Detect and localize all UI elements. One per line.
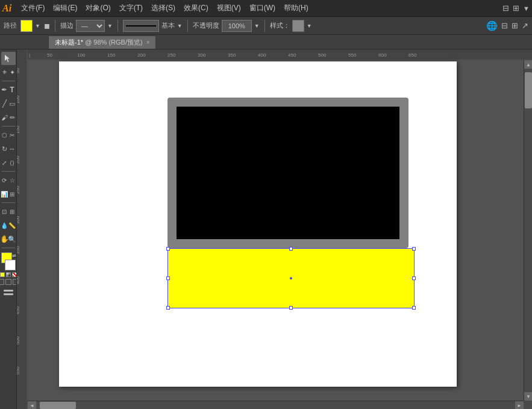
swap-colors-icon[interactable]: ⇄ (12, 253, 16, 258)
pen-tool-btn[interactable]: ✒ (1, 83, 8, 96)
lasso-tool-btn[interactable]: ⌖ (1, 66, 8, 79)
fill-swatch[interactable] (20, 20, 33, 32)
handle-top-left[interactable] (166, 247, 170, 251)
scroll-down-btn[interactable]: ▼ (524, 392, 532, 401)
zoom-tool-btn[interactable]: 🔍 (8, 233, 16, 246)
eraser-tool-btn[interactable]: ⬡ (1, 128, 8, 142)
bg-color-swatch[interactable] (5, 260, 16, 270)
menu-bar: Ai 文件(F) 编辑(E) 对象(O) 文字(T) 选择(S) 效果(C) 视… (0, 0, 532, 17)
tool-extra1[interactable] (0, 279, 4, 285)
style-swatch[interactable] (292, 20, 304, 32)
document-canvas[interactable] (59, 61, 457, 387)
left-toolbar: ⌖ ✦ ✒ T ╱ ▭ 🖌 ✏ ⬡ ✂ ↻ ↔ ⤢ ⟨⟩ (0, 49, 17, 409)
tool-extra2[interactable] (5, 279, 11, 285)
blend-tool-btn[interactable]: ⟳ (1, 173, 8, 187)
fill-arrow-icon[interactable]: ▼ (35, 23, 40, 29)
svg-text:450: 450 (17, 306, 20, 314)
mesh-tool-btn[interactable]: ⊞ (8, 187, 16, 201)
opacity-arrow[interactable]: ▼ (254, 23, 260, 29)
hand-tool-btn[interactable]: ✋ (1, 233, 8, 246)
stroke-width-select[interactable]: —1px2px (76, 20, 105, 32)
canvas-area: | 50 100 150 200 250 300 350 400 450 500… (17, 49, 532, 409)
scrollbar-horizontal[interactable]: ◄ ► (28, 401, 524, 409)
divider3 (2, 171, 15, 172)
scissors-tool-btn[interactable]: ✂ (8, 128, 16, 142)
column-graph-btn[interactable]: 📊 (1, 187, 8, 201)
measure-tool-btn[interactable]: 📏 (8, 219, 16, 232)
menu-view[interactable]: 视图(V) (213, 2, 245, 14)
scrollbar-vertical[interactable]: ▲ ▼ (524, 60, 532, 401)
color-mode-row (0, 272, 17, 277)
rect-tool-btn[interactable]: ▭ (8, 97, 16, 110)
arrange-icon[interactable]: ⊟ (502, 4, 509, 13)
handle-top-right[interactable] (412, 247, 416, 251)
paintbrush-tool-btn[interactable]: 🖌 (1, 111, 8, 124)
line-tool-btn[interactable]: ╱ (1, 97, 8, 110)
pencil-tool-btn[interactable]: ✏ (8, 111, 16, 124)
menu-select[interactable]: 选择(S) (148, 2, 179, 14)
handle-bottom-right[interactable] (412, 306, 416, 310)
handle-bottom-left[interactable] (166, 306, 170, 310)
scrollbar-thumb-h[interactable] (40, 402, 76, 409)
fill-mode-icon[interactable]: ◼ (44, 22, 50, 30)
arrange-view-icon[interactable]: ⊟ (501, 21, 508, 30)
menu-object[interactable]: 对象(O) (82, 2, 114, 14)
panel-toggle-btn[interactable] (2, 289, 14, 298)
menu-edit[interactable]: 编辑(E) (49, 2, 81, 14)
menu-text[interactable]: 文字(T) (116, 2, 146, 14)
handle-middle-left[interactable] (166, 276, 170, 280)
grid-icon[interactable]: ⊞ (512, 21, 518, 30)
menu-window[interactable]: 窗口(W) (246, 2, 279, 14)
svg-text:250: 250 (17, 186, 20, 194)
svg-text:150: 150 (17, 125, 20, 134)
menu-file[interactable]: 文件(F) (17, 2, 48, 14)
stroke-arrow-icon[interactable]: ▼ (107, 23, 113, 29)
yellow-rectangle[interactable] (167, 248, 415, 308)
none-color-btn[interactable] (12, 272, 17, 277)
shear-tool-btn[interactable]: ⟨⟩ (8, 156, 16, 169)
slice-tool-btn[interactable]: ⊞ (8, 205, 16, 218)
scrollbar-corner (524, 401, 532, 409)
menu-help[interactable]: 帮助(H) (280, 2, 312, 14)
eyedropper-tool-btn[interactable]: 💧 (1, 219, 8, 232)
workspace-icon[interactable]: ⊞ (513, 4, 519, 13)
rotate-tool-btn[interactable]: ↻ (1, 142, 8, 155)
handle-middle-right[interactable] (412, 276, 416, 280)
globe-icon[interactable]: 🌐 (486, 20, 498, 31)
menu-effect[interactable]: 效果(C) (180, 2, 212, 14)
menu-extra-icon[interactable]: ▼ (523, 5, 530, 12)
line-style-preview[interactable] (123, 20, 159, 32)
gradient-color-btn[interactable] (6, 272, 11, 277)
sep3 (187, 20, 188, 32)
style-arrow[interactable]: ▼ (307, 23, 312, 29)
share-icon[interactable]: ↗ (522, 21, 528, 30)
opacity-input[interactable] (222, 20, 252, 32)
scale-tool-btn[interactable]: ⤢ (1, 156, 8, 169)
svg-text:50: 50 (47, 52, 52, 58)
options-bar: 路径 ▼ ◼ 描边 —1px2px ▼ 基本 ▼ 不透明度 ▼ 样式： ▼ 🌐 … (0, 17, 532, 35)
svg-marker-0 (5, 55, 10, 62)
text-tool-btn[interactable]: T (8, 83, 16, 96)
sep1 (55, 20, 55, 32)
symbol-tool-btn[interactable]: ☆ (8, 173, 16, 187)
scroll-left-btn[interactable]: ◄ (28, 401, 36, 409)
handle-top-middle[interactable] (289, 247, 293, 251)
tab-close-button[interactable]: × (146, 39, 150, 46)
scroll-up-btn[interactable]: ▲ (524, 60, 532, 69)
svg-text:400: 400 (17, 276, 20, 284)
svg-text:50: 50 (17, 68, 20, 73)
magic-wand-tool-btn[interactable]: ✦ (8, 66, 16, 79)
scrollbar-thumb-v[interactable] (525, 72, 532, 108)
handle-bottom-middle[interactable] (289, 306, 293, 310)
center-dot (290, 277, 292, 279)
tool-extra3[interactable] (13, 279, 17, 285)
tab-bar: 未标题-1* @ 98% (RGB/预览) × (0, 35, 532, 49)
svg-rect-1 (4, 290, 13, 292)
document-tab[interactable]: 未标题-1* @ 98% (RGB/预览) × (48, 36, 156, 49)
reflect-tool-btn[interactable]: ↔ (8, 142, 16, 155)
line-style-arrow[interactable]: ▼ (177, 23, 183, 29)
selection-tool-btn[interactable] (1, 52, 16, 65)
solid-color-btn[interactable] (0, 272, 5, 277)
artboard-tool-btn[interactable]: ⊡ (1, 205, 8, 218)
scroll-right-btn[interactable]: ► (515, 401, 524, 409)
